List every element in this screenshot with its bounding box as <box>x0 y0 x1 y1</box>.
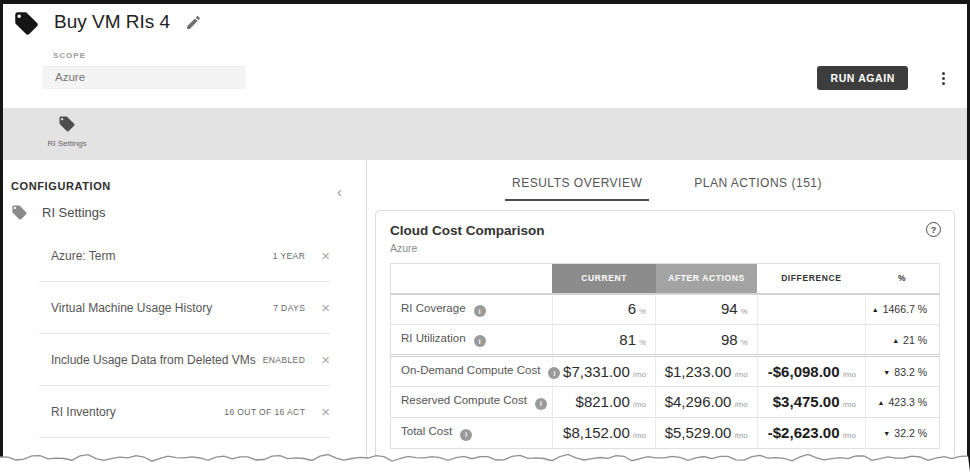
close-icon[interactable]: × <box>321 300 330 315</box>
col-header-current: CURRENT <box>552 264 655 294</box>
tab-plan-actions[interactable]: PLAN ACTIONS (151) <box>687 176 829 201</box>
config-item-label: RI Inventory <box>51 405 224 419</box>
scope-input[interactable]: Azure <box>43 66 245 89</box>
after-unit: /mo <box>734 400 747 409</box>
plan-steps-toolbar: RI Settings <box>3 108 967 160</box>
configuration-panel: CONFIGURATION ‹ RI Settings Azure: Term … <box>3 160 367 472</box>
toolbar-step-ri-settings[interactable]: RI Settings <box>37 115 97 148</box>
cost-comparison-table: CURRENT AFTER ACTIONS DIFFERENCE % RI Co… <box>390 263 940 449</box>
frame-border-top <box>0 0 970 4</box>
info-icon[interactable]: i <box>548 367 560 379</box>
current-unit: % <box>639 338 646 347</box>
results-panel: RESULTS OVERVIEW PLAN ACTIONS (151) Clou… <box>367 160 967 472</box>
info-icon[interactable]: i <box>535 398 547 410</box>
info-icon[interactable]: i <box>474 335 486 347</box>
config-item-value: 16 OUT OF 16 ACT <box>224 407 305 417</box>
after-unit: /mo <box>734 431 747 440</box>
after-value: $1,233.00 <box>665 363 732 380</box>
table-row-reserved-compute-cost: Reserved Compute Costi $821.00/mo $4,296… <box>391 387 940 418</box>
config-item-value: 7 DAYS <box>273 303 305 313</box>
table-row-ri-utilization: RI Utilizationi 81% 98% ▲21 % <box>391 325 940 356</box>
configuration-heading: CONFIGURATION <box>11 180 111 192</box>
app-window: Buy VM RIs 4 SCOPE Azure RUN AGAIN RI Se… <box>0 0 970 472</box>
row-label: Reserved Compute Cost <box>401 394 527 406</box>
results-tabs: RESULTS OVERVIEW PLAN ACTIONS (151) <box>367 176 967 201</box>
toolbar-step-label: RI Settings <box>47 139 86 148</box>
info-icon[interactable]: i <box>460 429 472 441</box>
tag-icon <box>58 115 76 133</box>
trend-up-icon: ▲ <box>878 399 885 406</box>
config-item-deleted-vms[interactable]: Include Usage Data from Deleted VMs ENAB… <box>39 334 330 386</box>
scope-label: SCOPE <box>53 51 86 60</box>
percent-change: 423.3 % <box>888 396 927 408</box>
difference-unit: /mo <box>843 431 856 440</box>
after-value: $4,296.00 <box>665 393 732 410</box>
table-row-total-cost: Total Costi $8,152.00/mo $5,529.00/mo -$… <box>391 418 940 449</box>
tag-icon <box>11 204 28 221</box>
row-label: RI Coverage <box>401 302 466 314</box>
config-item-label: Virtual Machine Usage History <box>51 301 273 315</box>
card-subtitle: Azure <box>390 242 940 254</box>
plan-header: Buy VM RIs 4 SCOPE Azure RUN AGAIN <box>3 4 967 108</box>
cloud-cost-comparison-card: Cloud Cost Comparison Azure ? CURRENT AF… <box>375 210 955 466</box>
tag-icon <box>13 10 40 37</box>
trend-up-icon: ▲ <box>872 306 879 313</box>
ri-settings-group: RI Settings <box>11 204 106 221</box>
after-unit: % <box>741 307 748 316</box>
help-icon[interactable]: ? <box>926 222 941 237</box>
content-area: CONFIGURATION ‹ RI Settings Azure: Term … <box>3 160 967 472</box>
row-label: Total Cost <box>401 425 452 437</box>
percent-change: 21 % <box>903 334 927 346</box>
close-icon[interactable]: × <box>321 404 330 419</box>
tab-results-overview[interactable]: RESULTS OVERVIEW <box>505 176 649 201</box>
after-unit: /mo <box>734 370 747 379</box>
config-item-label: Include Usage Data from Deleted VMs <box>51 353 263 367</box>
config-item-value: ENABLED <box>263 355 305 365</box>
current-value: $821.00 <box>576 393 630 410</box>
trend-down-icon: ▼ <box>883 430 890 437</box>
edit-icon[interactable] <box>185 14 202 31</box>
difference-value: -$2,623.00 <box>768 424 840 441</box>
page-title: Buy VM RIs 4 <box>54 11 202 33</box>
close-icon[interactable]: × <box>321 352 330 367</box>
difference-value: $3,475.00 <box>773 393 840 410</box>
kebab-menu-icon[interactable] <box>937 68 949 88</box>
table-row-on-demand-compute-cost: On-Demand Compute Costi $7,331.00/mo $1,… <box>391 356 940 387</box>
frame-border-left <box>0 0 3 472</box>
col-header-blank <box>391 264 553 294</box>
current-value: 81 <box>619 331 636 348</box>
col-header-after-actions: AFTER ACTIONS <box>656 264 758 294</box>
info-icon[interactable]: i <box>474 305 486 317</box>
config-item-ri-inventory[interactable]: RI Inventory 16 OUT OF 16 ACT × <box>39 386 330 438</box>
card-title: Cloud Cost Comparison <box>390 223 940 238</box>
percent-change: 32.2 % <box>894 427 927 439</box>
config-item-label: Azure: Term <box>51 249 273 263</box>
current-unit: /mo <box>633 431 646 440</box>
row-label: On-Demand Compute Cost <box>401 364 540 376</box>
trend-down-icon: ▼ <box>883 369 890 376</box>
after-unit: % <box>741 338 748 347</box>
after-value: $5,529.00 <box>665 424 732 441</box>
percent-change: 1466.7 % <box>883 303 927 315</box>
after-value: 94 <box>721 300 738 317</box>
difference-unit: /mo <box>843 370 856 379</box>
trend-up-icon: ▲ <box>892 337 899 344</box>
difference-value: -$6,098.00 <box>768 363 840 380</box>
difference-unit: /mo <box>843 400 856 409</box>
current-unit: /mo <box>633 370 646 379</box>
collapse-panel-icon[interactable]: ‹ <box>337 184 342 199</box>
close-icon[interactable]: × <box>321 248 330 263</box>
config-item-value: 1 YEAR <box>273 251 305 261</box>
col-header-difference: DIFFERENCE <box>757 264 865 294</box>
percent-change: 83.2 % <box>894 366 927 378</box>
current-unit: % <box>639 307 646 316</box>
configuration-items: Azure: Term 1 YEAR × Virtual Machine Usa… <box>39 230 330 438</box>
current-value: $8,152.00 <box>563 424 630 441</box>
run-again-button[interactable]: RUN AGAIN <box>817 66 908 90</box>
config-item-vm-usage-history[interactable]: Virtual Machine Usage History 7 DAYS × <box>39 282 330 334</box>
current-unit: /mo <box>633 400 646 409</box>
row-label: RI Utilization <box>401 332 466 344</box>
config-item-azure-term[interactable]: Azure: Term 1 YEAR × <box>39 230 330 282</box>
table-header-row: CURRENT AFTER ACTIONS DIFFERENCE % <box>391 264 940 294</box>
col-header-percent: % <box>865 264 939 294</box>
